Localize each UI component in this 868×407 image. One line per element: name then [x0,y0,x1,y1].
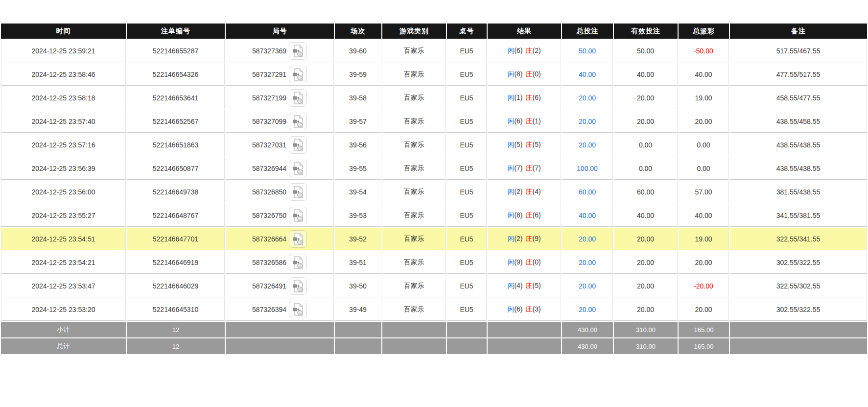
result-cell: 闲(6)庄(3) [488,298,561,321]
video-replay-icon [292,162,304,175]
total-bet-link[interactable]: 20.00 [579,259,596,266]
table-body: 2024-12-25 23:59:21 522146655287 5873273… [1,40,867,321]
result-player-score: (9) [514,258,522,266]
total-bet-link[interactable]: 20.00 [579,282,596,290]
remark-cell: 438.55/438.55 [730,157,867,180]
video-replay-icon [292,45,304,57]
game-type-cell: 百家乐 [382,134,446,156]
total-bet-cell: 50.00 [562,40,613,62]
remark-cell: 302.55/322.55 [730,298,867,321]
result-player-label: 闲 [507,211,514,219]
video-replay-icon [292,280,304,292]
col-header-remark: 备注 [730,24,867,39]
payout-cell: 40.00 [679,204,729,227]
bet-record-row: 2024-12-25 23:56:39 522146650877 5873269… [1,157,867,180]
game-type-cell: 百家乐 [382,40,446,62]
round-cell: 587326850 [226,181,334,203]
summary-empty-cell [226,322,334,337]
result-banker-score: (6) [533,94,541,101]
table-header: 时间注单编号局号场次游戏类别桌号结果总投注有效投注总派彩备注 [1,24,867,39]
summary-empty-cell [382,338,446,354]
remark-cell: 322.55/302.55 [730,275,867,297]
total-bet-link[interactable]: 100.00 [577,165,598,172]
bet-id-cell: 522146648767 [127,204,225,227]
video-replay-button[interactable] [289,207,307,224]
bet-id-cell: 522146654326 [127,63,225,86]
result-cell: 闲(6)庄(2) [488,40,561,62]
total-bet-link[interactable]: 20.00 [579,94,596,102]
game-type-cell: 百家乐 [382,87,446,109]
round-number: 587327099 [252,118,286,125]
video-replay-button[interactable] [289,89,307,107]
summary-total-bet-cell: 430.00 [562,338,613,354]
video-replay-button[interactable] [289,42,307,60]
video-replay-icon [292,233,304,245]
payout-cell: -20.00 [679,275,729,297]
video-replay-button[interactable] [289,66,307,83]
table-no-cell: EU5 [447,275,487,297]
col-header-bet-id: 注单编号 [127,24,225,39]
result-banker-label: 庄 [526,258,533,266]
video-replay-button[interactable] [289,277,307,295]
payout-cell: 57.00 [679,181,729,203]
total-bet-link[interactable]: 20.00 [579,306,596,313]
result-banker-score: (6) [533,211,541,219]
video-replay-button[interactable] [289,230,307,248]
table-no-cell: EU5 [447,134,487,156]
video-replay-button[interactable] [289,160,307,177]
total-bet-cell: 20.00 [562,275,613,297]
table-no-cell: EU5 [447,298,487,321]
round-cell: 587327031 [226,134,334,156]
total-bet-cell: 20.00 [562,87,613,109]
summary-valid-bet-cell: 310.00 [614,338,678,354]
round-wrap: 587326586 [252,254,307,271]
video-replay-button[interactable] [289,113,307,130]
game-type-cell: 百家乐 [382,275,446,297]
total-bet-link[interactable]: 20.00 [579,118,596,125]
session-cell: 39-51 [335,251,381,274]
total-bet-link[interactable]: 60.00 [579,188,596,196]
result-banker-score: (9) [533,235,541,242]
round-cell: 587327199 [226,87,334,109]
summary-empty-cell [488,322,561,337]
total-bet-link[interactable]: 40.00 [579,71,596,78]
round-wrap: 587326664 [252,230,307,248]
total-bet-cell: 20.00 [562,134,613,156]
result-banker-label: 庄 [526,94,533,101]
video-replay-button[interactable] [289,301,307,318]
result-banker-score: (4) [533,188,541,195]
result-cell: 闲(7)庄(7) [488,157,561,180]
result-banker-label: 庄 [526,211,533,219]
video-replay-button[interactable] [289,183,307,201]
bet-record-row: 2024-12-25 23:58:18 522146653641 5873271… [1,87,867,109]
round-wrap: 587327291 [252,66,307,83]
round-wrap: 587326491 [252,277,307,295]
total-bet-link[interactable]: 20.00 [579,235,596,243]
bet-id-cell: 522146645310 [127,298,225,321]
bet-id-cell: 522146651863 [127,134,225,156]
result-banker-label: 庄 [526,70,533,78]
total-bet-link[interactable]: 40.00 [579,212,596,219]
result-banker-label: 庄 [526,305,533,313]
total-bet-link[interactable]: 20.00 [579,141,596,149]
session-cell: 39-54 [335,181,381,203]
bet-record-row: 2024-12-25 23:55:27 522146648767 5873267… [1,204,867,227]
round-cell: 587326491 [226,275,334,297]
payout-cell: 19.00 [679,87,729,109]
time-cell: 2024-12-25 23:54:51 [1,228,126,250]
session-cell: 39-52 [335,228,381,250]
total-bet-link[interactable]: 50.00 [579,47,596,55]
summary-payout-cell: 165.00 [679,338,729,354]
bet-record-row: 2024-12-25 23:53:47 522146646029 5873264… [1,275,867,297]
valid-bet-cell: 50.00 [614,40,678,62]
result-banker-score: (7) [533,164,541,172]
video-replay-button[interactable] [289,136,307,154]
video-replay-button[interactable] [289,254,307,271]
time-cell: 2024-12-25 23:54:21 [1,251,126,274]
result-banker-label: 庄 [526,164,533,172]
game-type-cell: 百家乐 [382,251,446,274]
result-cell: 闲(5)庄(5) [488,134,561,156]
result-player-score: (8) [514,70,522,78]
bet-record-row: 2024-12-25 23:54:51 522146647701 5873266… [1,228,867,250]
payout-cell: 20.00 [679,110,729,133]
